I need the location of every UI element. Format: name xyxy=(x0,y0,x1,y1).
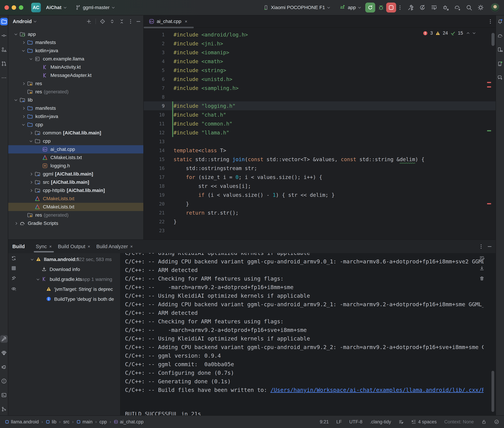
stop-button[interactable] xyxy=(386,3,396,13)
collapse-all-button[interactable] xyxy=(119,18,125,24)
breadcrumb-item-cpp[interactable]: cpp xyxy=(99,419,107,425)
tree-item-cpp-httplib[interactable]: cpp-httplib[AiChat.lib.main] xyxy=(8,186,143,195)
code-area[interactable]: 3 24 15 1#include <andro xyxy=(144,28,495,239)
code-line-8[interactable]: 8 xyxy=(144,92,495,101)
running-devices-button[interactable] xyxy=(496,60,504,67)
build-tab-build-analyzer[interactable]: Build Analyzer× xyxy=(93,240,136,253)
logcat-tool-button[interactable] xyxy=(0,363,8,371)
lock-icon[interactable] xyxy=(481,419,487,424)
breadcrumb-item-ai-chat-cpp[interactable]: C+ai_chat.cpp xyxy=(114,419,144,425)
code-line-21[interactable]: 21 return str.str(); xyxy=(144,208,495,217)
close-tab-icon[interactable]: × xyxy=(185,19,187,24)
chevron-right-icon[interactable] xyxy=(20,83,26,85)
profiler-icon[interactable] xyxy=(431,4,437,11)
debug-button[interactable] xyxy=(378,4,384,11)
build-tree-item[interactable]: llama.android: fi 22 sec, 583 ms xyxy=(19,255,120,264)
stop-sync-icon[interactable] xyxy=(12,266,16,270)
rerun-button[interactable] xyxy=(365,3,375,13)
tree-item-lib[interactable]: lib xyxy=(8,96,143,104)
code-line-7[interactable]: 7#include <sampling.h> xyxy=(144,83,495,92)
build-tree-item[interactable]: Download info xyxy=(19,264,120,274)
add-button[interactable] xyxy=(86,18,92,24)
chevron-right-icon[interactable] xyxy=(28,173,34,175)
app-quality-insights-button[interactable] xyxy=(0,349,8,357)
code-line-16[interactable]: 16 std::ostringstream str; xyxy=(144,164,495,173)
soft-wrap-icon[interactable] xyxy=(479,255,485,261)
code-style-icon[interactable] xyxy=(399,419,404,424)
expand-all-button[interactable] xyxy=(109,18,115,24)
code-line-5[interactable]: 5#include <string> xyxy=(144,66,495,75)
project-widget[interactable]: AiChat xyxy=(43,3,68,12)
tree-item-ai-chat-cpp[interactable]: C+ai_chat.cpp xyxy=(8,145,143,153)
chevron-right-icon[interactable] xyxy=(20,42,26,43)
tree-item-app[interactable]: app xyxy=(8,30,143,38)
code-line-6[interactable]: 6#include <unistd.h> xyxy=(144,75,495,83)
commit-tool-button[interactable] xyxy=(0,32,8,39)
settings-gear-icon[interactable] xyxy=(477,4,484,11)
pin-icon[interactable] xyxy=(11,275,17,281)
chevron-down-icon[interactable] xyxy=(13,33,19,35)
device-selector[interactable]: Xiaomi POCOPHONE F1 xyxy=(261,3,332,12)
more-tools-button[interactable] xyxy=(0,74,8,82)
tree-item-res[interactable]: res xyxy=(8,80,143,88)
gradle-sync-icon[interactable] xyxy=(454,4,461,11)
code-line-15[interactable]: 15static std::string join(const std::vec… xyxy=(144,155,495,164)
search-everywhere-icon[interactable] xyxy=(466,4,472,11)
user-avatar[interactable] xyxy=(491,3,500,12)
chevron-right-icon[interactable] xyxy=(28,189,34,191)
clear-all-icon[interactable] xyxy=(479,276,485,281)
breadcrumb-item-main[interactable]: main xyxy=(76,419,93,425)
code-line-23[interactable]: 23 xyxy=(144,226,495,235)
status-indicator-icon[interactable] xyxy=(494,419,499,424)
tree-item-mainactivity-kt[interactable]: MainActivity.kt xyxy=(8,63,143,71)
locate-file-button[interactable] xyxy=(100,18,105,24)
build-output-path-link[interactable]: /Users/hanyin/Workspace/ai-chat/examples… xyxy=(270,387,484,393)
device-manager-button[interactable] xyxy=(496,46,504,53)
project-panel-options-button[interactable] xyxy=(128,18,133,25)
tree-item-gradle-scripts[interactable]: Gradle Scripts xyxy=(8,219,143,227)
code-line-12[interactable]: 12#include "llama.h" xyxy=(144,128,495,137)
tree-item-kotlin-java[interactable]: kotlin+java xyxy=(8,112,143,121)
build-console[interactable]: C/C++: -- Using KleidiAI optimized kerne… xyxy=(120,253,495,415)
filter-eye-icon[interactable] xyxy=(11,286,17,291)
tree-item-src[interactable]: src[AiChat.lib.main] xyxy=(8,178,143,186)
more-run-options-button[interactable] xyxy=(398,4,402,11)
chevron-down-icon[interactable] xyxy=(20,50,26,52)
build-tool-button[interactable] xyxy=(0,335,8,343)
rerun-sync-icon[interactable] xyxy=(11,255,17,261)
chevron-down-icon[interactable] xyxy=(13,99,19,101)
code-line-10[interactable]: 10#include "chat.h" xyxy=(144,110,495,119)
run-configuration-selector[interactable]: app xyxy=(336,3,363,12)
version-control-tool-button[interactable] xyxy=(0,405,8,413)
chevron-down-icon[interactable] xyxy=(28,140,34,142)
code-line-13[interactable]: 13 xyxy=(144,137,495,146)
code-line-17[interactable]: 17 for (size_t i = 0; i < values.size();… xyxy=(144,173,495,181)
gradle-tool-button[interactable] xyxy=(496,32,504,39)
tree-item-logging-h[interactable]: Hlogging.h xyxy=(8,162,143,170)
hide-panel-button[interactable] xyxy=(137,21,140,22)
zoom-window-button[interactable] xyxy=(19,5,23,10)
scroll-to-end-icon[interactable] xyxy=(479,265,485,271)
code-line-11[interactable]: 11#include "common.h" xyxy=(144,119,495,128)
tree-item-cpp[interactable]: cpp xyxy=(8,121,143,129)
tab-ai-chat-cpp[interactable]: C+ ai_chat.cpp × xyxy=(147,15,189,28)
structure-tool-button[interactable] xyxy=(0,46,8,53)
project-view-selector[interactable]: Android xyxy=(13,19,36,24)
tree-item-res[interactable]: res(generated) xyxy=(8,88,143,96)
code-line-20[interactable]: 20 } xyxy=(144,199,495,208)
breadcrumb-item-src[interactable]: src xyxy=(63,419,69,425)
chevron-right-icon[interactable] xyxy=(28,132,34,134)
tree-item-common[interactable]: common[AiChat.lib.main] xyxy=(8,129,143,137)
terminal-tool-button[interactable] xyxy=(0,391,8,399)
tree-item-manifests[interactable]: manifests xyxy=(8,38,143,47)
tree-item-cpp[interactable]: cpp xyxy=(8,137,143,145)
build-tree-item[interactable]: BuildType 'debug' is both de xyxy=(19,294,120,304)
apply-changes-icon[interactable]: A xyxy=(419,4,426,11)
code-line-19[interactable]: 19 if (i < values.size() - 1) { str << d… xyxy=(144,190,495,199)
problems-tool-button[interactable] xyxy=(0,377,8,385)
build-tree-item[interactable]: build.gradle.kts app 1 warning xyxy=(19,274,120,284)
pull-requests-tool-button[interactable] xyxy=(0,60,8,67)
build-options-button[interactable] xyxy=(479,243,483,250)
code-line-9[interactable]: 9#include "logging.h" xyxy=(144,101,495,110)
context-indicator[interactable]: Context: None xyxy=(444,419,474,425)
